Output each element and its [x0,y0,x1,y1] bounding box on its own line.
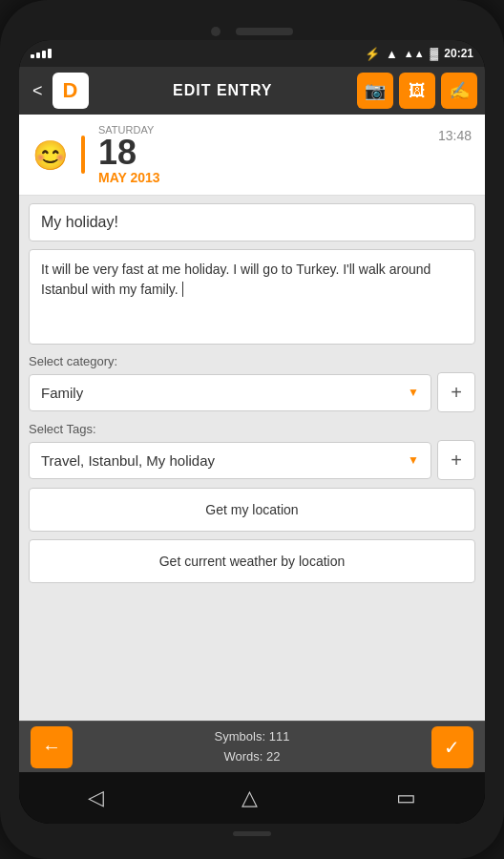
tags-chevron-icon: ▼ [408,453,419,467]
category-dropdown[interactable]: Family ▼ [29,374,431,411]
phone-top-detail [19,19,485,40]
system-back-button[interactable]: ◁ [69,778,123,818]
day-of-week: SATURDAY [98,124,429,136]
main-content: 😊 SATURDAY 18 MAY 2013 13:48 My holiday!… [19,115,485,721]
entry-header: 😊 SATURDAY 18 MAY 2013 13:48 [19,115,485,196]
entry-body-text: It will be very fast at me holiday. I wi… [41,262,430,297]
category-row: Family ▼ + [29,372,475,412]
get-location-button[interactable]: Get my location [29,488,475,532]
bottom-bar: ← Symbols: 111 Words: 22 ✓ [19,721,485,772]
bluetooth-icon: ⚡ [365,47,380,61]
status-left [31,49,52,58]
entry-title-text: My holiday! [41,214,118,230]
nav-back-button[interactable]: < [27,77,49,105]
back-save-button[interactable]: ← [31,726,73,768]
chevron-down-icon: ▼ [408,386,419,399]
phone-frame: ⚡ ▲ ▲▲ ▓ 20:21 < D EDIT ENTRY 📷 🖼 ✍ [0,0,504,859]
tags-label: Select Tags: [29,422,475,436]
top-nav: < D EDIT ENTRY 📷 🖼 ✍ [19,67,485,115]
entry-time: 13:48 [438,128,472,143]
status-bar: ⚡ ▲ ▲▲ ▓ 20:21 [19,40,485,67]
back-arrow-icon: ← [42,736,61,758]
wifi-icon: ▲ [386,47,398,61]
word-count-display: Symbols: 111 Words: 22 [215,727,290,767]
pen-icon: ✍ [449,80,470,101]
bar2 [36,52,40,58]
category-label: Select category: [29,354,475,368]
words-count: Words: 22 [215,747,290,767]
confirm-button[interactable]: ✓ [431,726,473,768]
status-time: 20:21 [444,47,473,60]
battery-icon: ▓ [430,47,439,60]
app-logo: D [52,73,89,109]
entry-title-field[interactable]: My holiday! [29,203,475,241]
nav-icon-group: 📷 🖼 ✍ [357,73,477,109]
nav-title: EDIT ENTRY [93,82,353,99]
phone-screen: ⚡ ▲ ▲▲ ▓ 20:21 < D EDIT ENTRY 📷 🖼 ✍ [19,40,485,824]
signal-icon: ▲▲ [404,48,425,59]
category-selected: Family [41,385,83,401]
date-block: SATURDAY 18 MAY 2013 [98,124,429,185]
check-icon: ✓ [444,736,460,759]
bar4 [48,49,52,58]
tags-selected: Travel, Istanbul, My holiday [41,452,215,469]
nav-bar: ◁ △ ▭ [19,772,485,824]
symbols-count: Symbols: 111 [215,727,290,747]
tags-row: Travel, Istanbul, My holiday ▼ + [29,440,475,480]
phone-bottom-detail [19,824,485,840]
mood-emoji[interactable]: 😊 [32,138,68,172]
image-icon: 🖼 [409,81,426,101]
image-button[interactable]: 🖼 [399,73,435,109]
signal-bars [31,49,52,58]
camera-icon: 📷 [365,80,386,101]
bar1 [31,54,34,58]
speaker [236,28,293,35]
tags-dropdown[interactable]: Travel, Istanbul, My holiday ▼ [29,442,431,479]
text-cursor [182,282,183,297]
draw-button[interactable]: ✍ [441,73,477,109]
status-right: ⚡ ▲ ▲▲ ▓ 20:21 [365,47,473,61]
system-recent-button[interactable]: ▭ [377,778,435,818]
month-year: MAY 2013 [98,170,429,185]
entry-body-field[interactable]: It will be very fast at me holiday. I wi… [29,249,475,345]
camera-dot [211,27,220,36]
system-home-button[interactable]: △ [222,778,277,818]
add-tag-button[interactable]: + [437,440,475,480]
orange-divider [81,136,85,174]
bar3 [42,51,46,58]
date-number: 18 [98,136,429,170]
camera-button[interactable]: 📷 [357,73,393,109]
home-indicator [233,831,271,836]
get-weather-button[interactable]: Get current weather by location [29,539,475,583]
add-category-button[interactable]: + [437,372,475,412]
